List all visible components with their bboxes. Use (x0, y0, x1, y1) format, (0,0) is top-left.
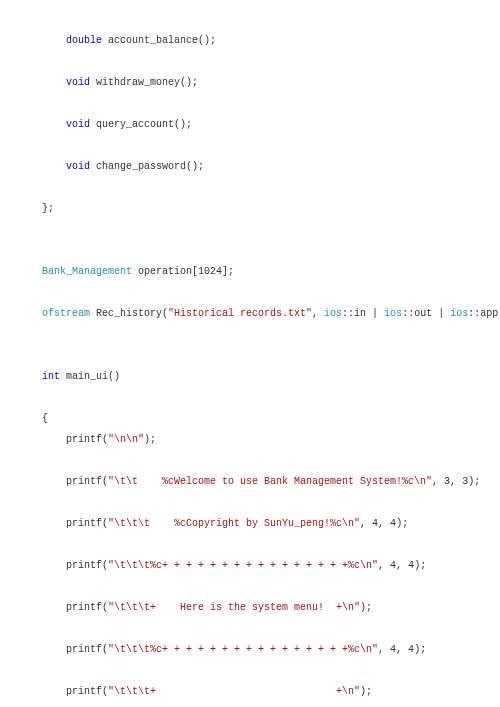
tok: query_account(); (90, 119, 192, 130)
tok: withdraw_money(); (90, 77, 198, 88)
tok: , (396, 644, 408, 655)
tok (42, 77, 66, 88)
tok: printf( (42, 602, 108, 613)
tok: ); (414, 644, 426, 655)
tok: Rec_history( (90, 308, 168, 319)
tok: void (66, 161, 90, 172)
tok: { (42, 413, 48, 424)
tok: "\t\t\t %cCopyright by SunYu_peng!%c\n" (108, 518, 360, 529)
tok: , (378, 644, 390, 655)
tok: double (66, 35, 102, 46)
tok: ); (396, 518, 408, 529)
tok: , (378, 560, 390, 571)
tok: , (312, 308, 324, 319)
tok: ios (450, 308, 468, 319)
tok: "Historical records.txt" (168, 308, 312, 319)
tok: operation[ (132, 266, 198, 277)
tok: printf( (42, 686, 108, 697)
code-block: double account_balance(); void withdraw_… (0, 0, 500, 707)
tok: ::out | (402, 308, 450, 319)
tok: account_balance(); (102, 35, 216, 46)
tok: void (66, 77, 90, 88)
tok: 1024 (198, 266, 222, 277)
tok: ); (144, 434, 156, 445)
tok: , (450, 476, 462, 487)
tok: ::app); (468, 308, 500, 319)
tok: change_password(); (90, 161, 204, 172)
tok: ios (324, 308, 342, 319)
tok: "\t\t\t%c+ + + + + + + + + + + + + + + +… (108, 560, 378, 571)
tok: printf( (42, 560, 108, 571)
tok: printf( (42, 434, 108, 445)
tok (42, 119, 66, 130)
tok: ios (384, 308, 402, 319)
tok: , (360, 518, 372, 529)
tok (42, 161, 66, 172)
tok: "\t\t\t%c+ + + + + + + + + + + + + + + +… (108, 644, 378, 655)
tok: , (378, 518, 390, 529)
tok (42, 35, 66, 46)
tok: "\t\t\t+ Here is the system menu! +\n" (108, 602, 360, 613)
tok: printf( (42, 644, 108, 655)
tok: main_ui() (60, 371, 120, 382)
tok: Bank_Management (42, 266, 132, 277)
tok: void (66, 119, 90, 130)
tok: , (432, 476, 444, 487)
tok: }; (42, 203, 54, 214)
tok: ofstream (42, 308, 90, 319)
tok: printf( (42, 476, 108, 487)
tok: int (42, 371, 60, 382)
tok: ); (414, 560, 426, 571)
tok: ::in | (342, 308, 384, 319)
tok: "\n\n" (108, 434, 144, 445)
tok: , (396, 560, 408, 571)
tok: printf( (42, 518, 108, 529)
tok: "\t\t %cWelcome to use Bank Management S… (108, 476, 432, 487)
tok: ); (360, 602, 372, 613)
tok: "\t\t\t+ +\n" (108, 686, 360, 697)
tok: ]; (222, 266, 234, 277)
tok: ); (360, 686, 372, 697)
tok: ); (468, 476, 480, 487)
